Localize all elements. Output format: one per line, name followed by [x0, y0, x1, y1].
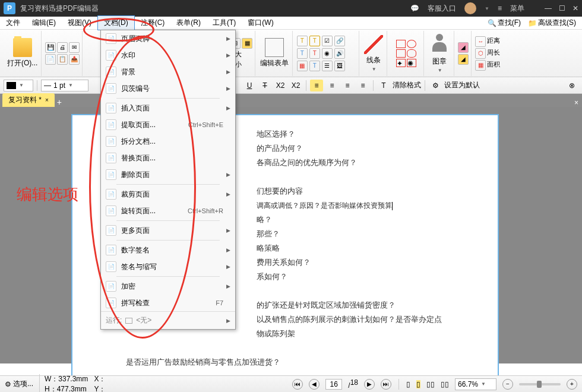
dropdown-item[interactable]: 📄水印▶ — [101, 47, 235, 64]
star-icon[interactable]: ✦ — [396, 59, 406, 67]
page-input[interactable] — [325, 379, 342, 390]
dropdown-item[interactable]: 📄裁剪页面▶ — [101, 186, 235, 203]
select-icon[interactable]: ▦ — [242, 38, 252, 49]
highlight-icon[interactable]: ◢ — [458, 54, 469, 65]
cloud-icon[interactable] — [407, 49, 416, 58]
line-tool[interactable]: 线条▼ — [363, 34, 384, 73]
area-icon[interactable]: ▦ — [475, 60, 486, 71]
export-icon[interactable]: 📤 — [69, 54, 80, 65]
subscript-button[interactable]: X2 — [274, 80, 287, 91]
dropdown-item[interactable]: 📄删除页面▶ — [101, 166, 235, 183]
color-selector[interactable]: ▼ — [4, 80, 33, 91]
menu-edit[interactable]: 编辑(E) — [26, 16, 62, 30]
dropdown-item[interactable]: 📄插入页面▶ — [101, 100, 235, 116]
dropdown-item[interactable]: 📄数字签名▶ — [101, 242, 235, 258]
align-left-button[interactable]: ≡ — [310, 80, 323, 91]
image-icon[interactable]: 🖼 — [334, 61, 345, 71]
toolbar-close[interactable]: ⊗ — [565, 80, 578, 91]
rect-icon[interactable] — [396, 40, 406, 48]
sound-icon[interactable]: 🔊 — [334, 48, 345, 59]
dropdown-item[interactable]: 📄旋转页面...Ctrl+Shift+R — [101, 203, 235, 219]
dropdown-item[interactable]: 📄背景▶ — [101, 64, 235, 80]
perimeter-icon[interactable]: ⬡ — [475, 48, 486, 59]
align-right-button[interactable]: ≡ — [341, 80, 354, 91]
zoom-out-button[interactable]: − — [502, 379, 513, 390]
tab-close-icon[interactable]: × — [45, 97, 49, 103]
close-button[interactable]: ✕ — [572, 4, 578, 12]
eraser-icon[interactable]: ◢ — [458, 42, 469, 53]
oval-icon[interactable] — [407, 40, 416, 48]
customer-service[interactable]: 客服入口 — [428, 4, 456, 14]
main-menu-icon[interactable]: ≡ — [498, 4, 502, 12]
first-page-button[interactable]: ⏮ — [292, 379, 303, 390]
set-default-icon[interactable]: ⚙ — [429, 80, 442, 91]
list-icon[interactable]: ☰ — [322, 61, 333, 71]
menu-annotation[interactable]: 注释(C) — [135, 16, 171, 30]
minimize-button[interactable]: — — [545, 4, 552, 12]
zoom-selector[interactable]: 66.7%▼ — [455, 378, 496, 390]
dropdown-item[interactable]: 📄提取页面...Ctrl+Shift+E — [101, 116, 235, 133]
save-icon[interactable]: 💾 — [45, 42, 56, 53]
dropdown-item[interactable]: 📄签名与缩写▶ — [101, 258, 235, 275]
set-default-label[interactable]: 设置为默认 — [444, 80, 480, 90]
link-icon[interactable]: 🔗 — [334, 36, 345, 46]
tabs-close-all[interactable]: × — [574, 99, 578, 107]
print-icon[interactable]: 🖨 — [57, 42, 68, 53]
polygon-icon[interactable] — [396, 49, 406, 58]
menu-file[interactable]: 文件 — [0, 16, 26, 30]
menu-window[interactable]: 窗口(W) — [242, 16, 279, 30]
options-button[interactable]: ⚙选项... — [5, 379, 33, 389]
scan-icon[interactable]: 📄 — [45, 54, 56, 65]
new-icon[interactable]: 📋 — [57, 54, 68, 65]
prev-page-button[interactable]: ◀ — [309, 379, 320, 390]
combo-icon[interactable]: ▦ — [297, 61, 308, 71]
zoom-slider[interactable] — [519, 383, 561, 385]
view-single[interactable]: ▯ — [406, 380, 410, 388]
last-page-button[interactable]: ⏭ — [381, 379, 391, 390]
menu-document[interactable]: 文档(D) — [97, 15, 135, 30]
menu-view[interactable]: 视图(V) — [62, 16, 97, 30]
maximize-button[interactable]: ☐ — [559, 4, 565, 12]
dropdown-item[interactable]: 📄更多页面▶ — [101, 222, 235, 239]
view-facing[interactable]: ▯▯ — [426, 380, 435, 388]
dropdown-run-row[interactable]: 运行: <无> ▶ — [101, 311, 235, 329]
dropdown-item[interactable]: 📄贝茨编号▶ — [101, 80, 235, 97]
lineweight-selector[interactable]: —1 pt▼ — [41, 80, 88, 91]
avatar[interactable] — [464, 2, 476, 14]
open-button[interactable]: 打开(O)... — [6, 37, 39, 69]
view-facing-cont[interactable]: ▯▯ — [441, 380, 449, 388]
checkbox-icon[interactable]: ☑ — [322, 36, 333, 46]
stamp-tool[interactable]: 图章▼ — [428, 33, 451, 74]
burst-icon[interactable]: ✺ — [407, 59, 416, 67]
main-menu-label[interactable]: 菜单 — [510, 4, 524, 14]
find-button[interactable]: 🔍查找(F) — [485, 17, 523, 29]
dropdown-item[interactable]: 📄加密▶ — [101, 278, 235, 295]
zoom-in-button[interactable]: + — [567, 379, 577, 390]
dropdown-item[interactable]: 📄拆分文档... — [101, 133, 235, 150]
menu-form[interactable]: 表单(R) — [170, 16, 207, 30]
radio-icon[interactable]: ◉ — [322, 48, 333, 59]
dropdown-item[interactable]: 📄拼写检查F7 — [101, 295, 235, 311]
view-continuous[interactable]: ▯ — [416, 380, 420, 388]
strike-button[interactable]: T — [258, 80, 271, 91]
mail-icon[interactable]: ✉ — [69, 42, 80, 53]
editform-button[interactable]: 编辑表单 — [259, 37, 290, 69]
text4-icon[interactable]: T — [309, 61, 320, 71]
clear-format-label[interactable]: 清除格式 — [393, 80, 421, 90]
menu-tool[interactable]: 工具(T) — [207, 16, 242, 30]
text-icon[interactable]: T — [309, 36, 320, 46]
align-center-button[interactable]: ≡ — [325, 80, 339, 91]
advanced-find-button[interactable]: 📁高级查找(S) — [526, 17, 578, 29]
next-page-button[interactable]: ▶ — [364, 379, 375, 390]
dropdown-item[interactable]: 📄替换页面... — [101, 150, 235, 166]
chat-icon[interactable]: 💬 — [410, 4, 419, 12]
tab-active[interactable]: 复习资料 * × — [2, 93, 55, 107]
dropdown-item[interactable]: 📄页眉页脚▶ — [101, 30, 235, 47]
clear-format-icon[interactable]: T — [377, 80, 390, 91]
text3-icon[interactable]: T — [309, 48, 320, 59]
text2-icon[interactable]: T — [297, 48, 308, 59]
underline-button[interactable]: U — [243, 80, 256, 91]
textbox-icon[interactable]: T — [297, 36, 308, 46]
distance-icon[interactable]: ↔ — [475, 36, 486, 47]
tab-add-button[interactable]: + — [57, 97, 62, 107]
